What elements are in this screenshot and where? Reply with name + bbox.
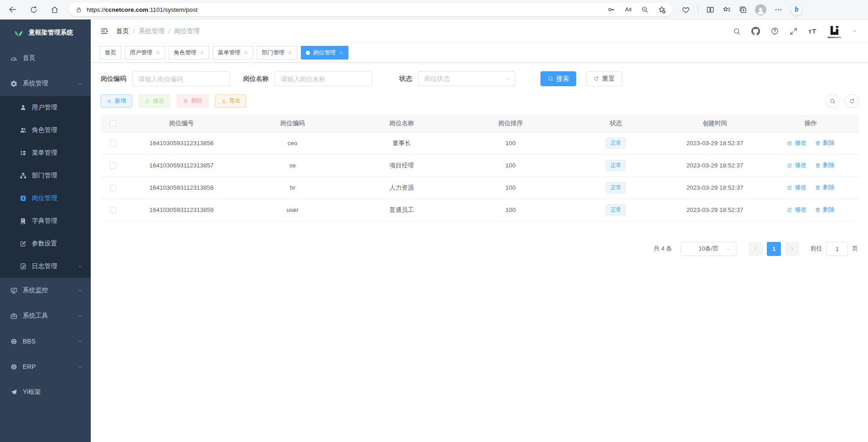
collections-icon[interactable] xyxy=(739,5,747,14)
sidebar-item-parameter-settings[interactable]: 参数设置 xyxy=(0,232,91,255)
goto-page-input[interactable] xyxy=(826,242,848,256)
row-delete-link[interactable]: 删除 xyxy=(815,139,834,147)
cell-post-sort: 100 xyxy=(456,199,565,221)
app-logo[interactable]: 意框架管理系统 xyxy=(0,20,91,45)
more-icon[interactable] xyxy=(774,5,783,14)
split-screen-icon[interactable] xyxy=(706,5,715,14)
tab-role-management[interactable]: 角色管理 xyxy=(169,46,209,59)
edit-button[interactable]: 修改 xyxy=(139,94,170,108)
sidebar-item-department-management[interactable]: 部门管理 xyxy=(0,164,91,187)
password-key-icon[interactable] xyxy=(607,5,615,14)
trash-icon xyxy=(815,185,821,191)
row-edit-link[interactable]: 修改 xyxy=(787,206,806,214)
copilot-icon[interactable]: b xyxy=(790,4,803,16)
sidebar-item-menu-management[interactable]: 菜单管理 xyxy=(0,142,91,164)
browser-essentials-icon[interactable] xyxy=(682,5,690,14)
chevron-left-icon xyxy=(753,246,759,252)
tab-user-management[interactable]: 用户管理 xyxy=(125,46,165,59)
tab-department-management[interactable]: 部门管理 xyxy=(257,46,297,59)
back-icon[interactable] xyxy=(8,5,17,14)
caret-down-icon[interactable] xyxy=(852,29,857,34)
close-icon[interactable] xyxy=(244,50,248,55)
sidebar-collapse-icon[interactable] xyxy=(100,27,108,35)
sidebar-item-home[interactable]: 首页 xyxy=(0,45,91,71)
page-size-select[interactable]: 10条/页 xyxy=(681,242,736,256)
close-icon[interactable] xyxy=(156,50,160,55)
row-edit-link[interactable]: 修改 xyxy=(787,161,806,169)
browser-toolbar: https://ccnetcore.com:1101/system/post b xyxy=(0,0,868,20)
sidebar-item-system-monitor[interactable]: 系统监控 xyxy=(0,278,91,303)
sidebar-item-bbs[interactable]: BBS xyxy=(0,329,91,354)
export-button[interactable]: 导出 xyxy=(215,94,246,108)
row-checkbox[interactable] xyxy=(110,162,116,169)
post-code-input[interactable] xyxy=(132,71,230,86)
tab-menu-management[interactable]: 菜单管理 xyxy=(213,46,253,59)
row-delete-link[interactable]: 删除 xyxy=(815,161,834,169)
row-edit-link[interactable]: 修改 xyxy=(787,183,806,192)
search-button[interactable]: 搜索 xyxy=(540,71,576,86)
table-row: 1641030593112313858 hr 人力资源 100 正常 2023-… xyxy=(101,177,859,199)
chevron-down-icon xyxy=(78,264,83,269)
table-toolbar: 新增 修改 删除 导出 xyxy=(101,94,859,108)
read-aloud-icon[interactable] xyxy=(624,5,632,14)
close-icon[interactable] xyxy=(288,50,292,55)
pagination: 共 4 条 10条/页 1 前往 页 xyxy=(101,242,859,256)
cell-post-code: ceo xyxy=(238,132,347,154)
sidebar-item-erp[interactable]: ERP xyxy=(0,354,91,379)
page-number[interactable]: 1 xyxy=(767,242,781,256)
tab-home[interactable]: 首页 xyxy=(100,46,121,59)
select-all-checkbox[interactable] xyxy=(110,120,116,127)
table-header-row: 岗位编号 岗位编码 岗位名称 岗位排序 状态 创建时间 操作 xyxy=(101,115,859,132)
header-search-icon[interactable] xyxy=(733,27,741,35)
refresh-icon[interactable] xyxy=(29,5,38,14)
add-favorite-icon[interactable] xyxy=(657,5,666,14)
row-checkbox[interactable] xyxy=(110,207,116,213)
sidebar-item-log-management[interactable]: 日志管理 xyxy=(0,255,91,278)
refresh-table-button[interactable] xyxy=(845,94,859,108)
delete-button[interactable]: 删除 xyxy=(177,94,208,108)
url-text[interactable]: https://ccnetcore.com:1101/system/post xyxy=(87,6,197,13)
address-bar[interactable]: https://ccnetcore.com:1101/system/post xyxy=(69,3,672,16)
user-avatar[interactable] xyxy=(827,25,842,38)
sidebar-item-dict-management[interactable]: 字典管理 xyxy=(0,210,91,232)
row-checkbox[interactable] xyxy=(110,140,116,147)
lock-icon[interactable] xyxy=(75,6,82,13)
post-name-input[interactable] xyxy=(275,71,372,86)
edit-icon xyxy=(787,140,793,146)
tags-view-bar: 首页 用户管理 角色管理 菜单管理 部门管理 岗位管理 xyxy=(91,43,868,63)
row-checkbox[interactable] xyxy=(110,185,116,191)
sidebar-item-system-management[interactable]: 系统管理 xyxy=(0,71,91,96)
row-delete-link[interactable]: 删除 xyxy=(815,206,834,214)
add-button[interactable]: 新增 xyxy=(101,94,132,108)
row-edit-link[interactable]: 修改 xyxy=(787,139,806,147)
zoom-out-icon[interactable] xyxy=(641,5,649,14)
tab-post-management[interactable]: 岗位管理 xyxy=(301,46,348,59)
sidebar-item-post-management[interactable]: 岗位管理 xyxy=(0,187,91,210)
fullscreen-icon[interactable] xyxy=(790,27,798,35)
sidebar-item-user-management[interactable]: 用户管理 xyxy=(0,96,91,119)
close-icon[interactable] xyxy=(339,50,343,55)
cell-created: 2023-03-29 18:52:37 xyxy=(667,154,763,177)
status-select[interactable]: 岗位状态 xyxy=(418,71,515,86)
breadcrumb-home[interactable]: 首页 xyxy=(116,27,129,35)
profile-avatar[interactable] xyxy=(755,4,766,15)
reset-button[interactable]: 重置 xyxy=(586,71,622,86)
col-actions: 操作 xyxy=(763,115,859,132)
prev-page-button[interactable] xyxy=(749,242,763,256)
pagination-total: 共 4 条 xyxy=(654,245,672,253)
chevron-down-icon xyxy=(78,288,83,293)
sidebar-item-system-tools[interactable]: 系统工具 xyxy=(0,303,91,329)
sidebar-item-yi-framework[interactable]: Yi框架 xyxy=(0,379,91,405)
next-page-button[interactable] xyxy=(785,242,799,256)
trash-icon xyxy=(815,207,821,213)
row-delete-link[interactable]: 删除 xyxy=(815,183,834,192)
sidebar-item-role-management[interactable]: 角色管理 xyxy=(0,119,91,142)
help-icon[interactable] xyxy=(770,27,779,35)
github-icon[interactable] xyxy=(751,27,760,35)
home-icon[interactable] xyxy=(50,5,59,14)
favorites-icon[interactable] xyxy=(722,5,731,14)
chevron-up-icon xyxy=(78,81,83,86)
font-size-icon[interactable]: тT xyxy=(808,27,817,35)
toggle-search-button[interactable] xyxy=(825,94,839,108)
close-icon[interactable] xyxy=(200,50,204,55)
